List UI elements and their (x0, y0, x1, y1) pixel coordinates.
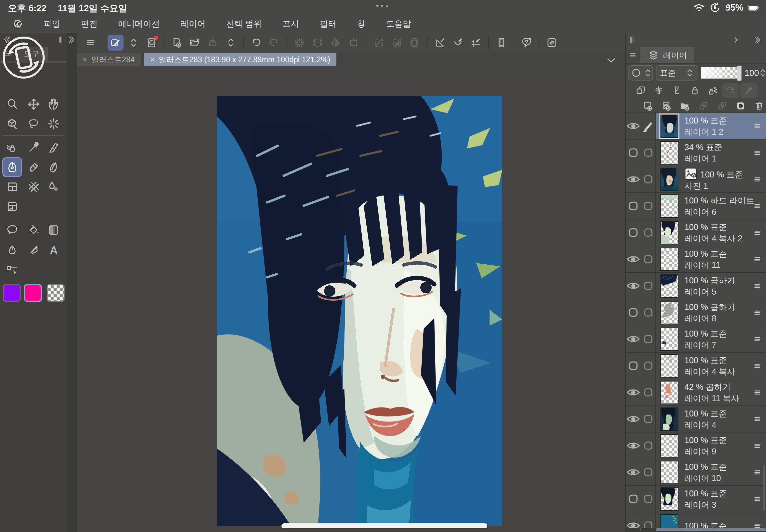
companion-mode-icon[interactable] (493, 35, 509, 51)
layer-row-14[interactable]: 100 % 표준 레이어 3 (626, 486, 766, 512)
clip-to-layer-below-icon[interactable] (633, 83, 649, 98)
divide-frame-tool[interactable] (3, 197, 21, 215)
tab-close-icon[interactable]: × (83, 55, 87, 64)
layer-hidden-box-icon[interactable] (626, 139, 641, 166)
layer-visible-eye-icon[interactable] (626, 166, 641, 192)
layer-list-hscrollbar[interactable] (626, 528, 766, 532)
layer-opacity-slider[interactable] (701, 67, 741, 79)
blend-tool[interactable] (45, 158, 63, 176)
snap-to-grid-icon[interactable] (468, 35, 484, 51)
workspace-maximize-icon[interactable] (544, 35, 560, 51)
layer-thumbnail-gray-shapes[interactable] (660, 301, 678, 324)
opacity-stepper-icon[interactable] (759, 67, 766, 79)
layer-row-5[interactable]: 100 % 표준 레이어 11 (626, 246, 766, 273)
tool-stepper-icon[interactable] (126, 35, 141, 51)
layer-thumbnail-checker-orange[interactable] (660, 381, 678, 404)
layer-thumbnail-checker-dot[interactable] (660, 328, 678, 351)
open-canvas-icon[interactable] (187, 35, 203, 51)
zoom-tool[interactable] (3, 95, 21, 113)
home-indicator[interactable] (281, 523, 487, 528)
help-icon[interactable] (519, 35, 535, 51)
layer-row-menu-icon[interactable] (752, 148, 762, 158)
layer-row-0[interactable]: 100 % 표준 레이어 1 2 (626, 113, 766, 139)
layer-select-box-icon[interactable] (641, 512, 656, 528)
layer-visible-eye-icon[interactable] (626, 326, 641, 352)
layer-visible-eye-icon[interactable] (626, 379, 641, 405)
layer-visible-eye-icon[interactable] (626, 512, 641, 528)
current-tool-icon[interactable] (108, 35, 124, 51)
layer-thumbnail-portrait-pale[interactable] (660, 221, 678, 244)
layer-row-menu-icon[interactable] (752, 361, 762, 371)
layer-row-9[interactable]: 100 % 표준 레이어 4 복사 (626, 353, 766, 379)
eyedropper-tool[interactable] (25, 138, 43, 156)
layer-select-box-icon[interactable] (641, 406, 656, 432)
menu-item-0[interactable]: 파일 (33, 16, 71, 32)
delete-layer-icon[interactable] (751, 99, 766, 113)
pen-tool[interactable] (3, 158, 21, 176)
layer-hidden-box-icon[interactable] (626, 219, 641, 246)
layer-select-box-icon[interactable] (641, 486, 656, 512)
new-vector-layer-icon[interactable] (658, 99, 674, 113)
layer-thumbnail-portrait-green[interactable] (660, 407, 678, 431)
layer-mask-icon[interactable] (732, 99, 749, 113)
layer-thumbnail-checker-faint[interactable] (660, 248, 678, 271)
eraser-tool[interactable] (25, 158, 43, 176)
layer-row-menu-icon[interactable] (752, 228, 762, 238)
layer-row-menu-icon[interactable] (752, 388, 762, 398)
menu-item-6[interactable]: 필터 (309, 16, 347, 32)
balloon-tool[interactable] (3, 221, 21, 239)
layer-row-4[interactable]: 100 % 표준 레이어 4 복사 2 (626, 219, 766, 246)
expand-right-icon[interactable] (67, 35, 76, 44)
fill-tool[interactable] (25, 221, 43, 239)
layer-select-box-icon[interactable] (641, 299, 656, 326)
polyline-tool[interactable] (25, 241, 43, 259)
sub-color-swatch[interactable] (24, 284, 42, 302)
layer-hidden-box-icon[interactable] (626, 193, 641, 219)
layer-thumbnail-checker[interactable] (660, 461, 678, 484)
layer-select-box-icon[interactable] (641, 246, 656, 272)
scale-rotate-icon[interactable] (345, 35, 361, 51)
tab-layers[interactable]: 레이어 (640, 47, 694, 63)
layer-select-box-icon[interactable] (641, 326, 656, 352)
panel-drag-handle-icon[interactable] (627, 36, 636, 44)
main-menu-icon[interactable] (82, 35, 98, 51)
layer-hidden-box-icon[interactable] (626, 486, 641, 512)
new-canvas-icon[interactable] (169, 35, 185, 51)
layer-row-13[interactable]: 100 % 표준 레이어 10 (626, 459, 766, 486)
menu-item-1[interactable]: 편집 (71, 16, 108, 32)
layer-row-3[interactable]: 100 % 하드 라이트 레이어 6 (626, 193, 766, 219)
layer-select-box-icon[interactable] (641, 432, 656, 459)
layer-row-menu-icon[interactable] (752, 467, 762, 477)
marker-tool[interactable] (45, 138, 63, 156)
layer-thumbnail-portrait-warm[interactable] (660, 168, 678, 191)
decoration-tool[interactable] (25, 178, 43, 196)
layer-select-box-icon[interactable] (641, 379, 656, 405)
blend-mode-select[interactable]: 표준 (656, 65, 697, 81)
clip-studio-logo-icon[interactable] (12, 18, 23, 29)
menu-item-3[interactable]: 레이어 (170, 16, 216, 32)
fill-selection-icon[interactable] (389, 35, 405, 51)
tab-list-chevron-down-icon[interactable] (606, 55, 617, 66)
save-canvas-icon[interactable] (205, 35, 221, 51)
lock-layer-icon[interactable] (686, 83, 703, 98)
layer-row-11[interactable]: 100 % 표준 레이어 4 (626, 406, 766, 432)
deselect-icon[interactable] (291, 35, 307, 51)
new-raster-layer-icon[interactable] (639, 99, 656, 113)
snap-to-ruler-icon[interactable] (432, 35, 448, 51)
operation-tool[interactable] (3, 115, 21, 133)
layer-visible-eye-icon[interactable] (626, 406, 641, 432)
opacity-slider-handle[interactable] (737, 66, 742, 81)
menu-item-5[interactable]: 표시 (272, 16, 309, 32)
multitask-dots[interactable]: ••• (0, 1, 766, 11)
draft-layer-icon[interactable] (668, 83, 685, 98)
layer-row-menu-icon[interactable] (752, 334, 762, 344)
layer-select-box-icon[interactable] (641, 219, 656, 246)
layer-row-7[interactable]: 100 % 곱하기 레이어 8 (626, 299, 766, 326)
liquify-tool[interactable] (45, 178, 63, 196)
reselect-icon[interactable] (309, 35, 325, 51)
layer-row-menu-icon[interactable] (752, 174, 762, 184)
save-stepper-icon[interactable] (223, 35, 239, 51)
layer-thumbnail-blue-solid[interactable] (660, 514, 678, 528)
layer-thumbnail-portrait-dark[interactable] (660, 115, 678, 138)
layer-thumbnail-checker[interactable] (660, 434, 678, 457)
